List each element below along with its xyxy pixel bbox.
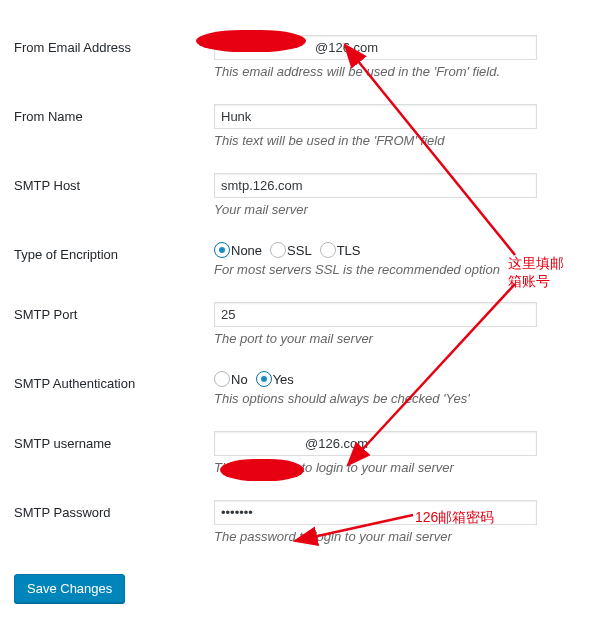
from-name-label: From Name xyxy=(14,94,214,163)
encryption-tls-label[interactable]: TLS xyxy=(337,243,361,258)
smtp-auth-label: SMTP Authentication xyxy=(14,361,214,421)
from-email-help: This email address will be used in the '… xyxy=(214,64,580,79)
encryption-ssl-label[interactable]: SSL xyxy=(287,243,312,258)
smtp-host-help: Your mail server xyxy=(214,202,580,217)
encryption-none-radio[interactable] xyxy=(214,242,230,258)
from-email-label: From Email Address xyxy=(14,25,214,94)
encryption-ssl-radio[interactable] xyxy=(270,242,286,258)
encryption-help: For most servers SSL is the recommended … xyxy=(214,262,580,277)
encryption-label: Type of Encription xyxy=(14,232,214,292)
smtp-port-label: SMTP Port xyxy=(14,292,214,361)
smtp-auth-yes-label[interactable]: Yes xyxy=(273,372,294,387)
smtp-host-label: SMTP Host xyxy=(14,163,214,232)
smtp-auth-help: This options should always be checked 'Y… xyxy=(214,391,580,406)
smtp-port-help: The port to your mail server xyxy=(214,331,580,346)
encryption-radio-group: None SSL TLS xyxy=(214,242,580,258)
smtp-auth-yes-radio[interactable] xyxy=(256,371,272,387)
encryption-none-label[interactable]: None xyxy=(231,243,262,258)
smtp-auth-no-radio[interactable] xyxy=(214,371,230,387)
smtp-settings-form: From Email Address This email address wi… xyxy=(14,25,590,559)
smtp-user-label: SMTP username xyxy=(14,421,214,490)
smtp-user-help: The username to login to your mail serve… xyxy=(214,460,580,475)
smtp-host-input[interactable] xyxy=(214,173,537,198)
smtp-pass-help: The password to login to your mail serve… xyxy=(214,529,580,544)
from-email-input[interactable] xyxy=(214,35,537,60)
smtp-auth-radio-group: No Yes xyxy=(214,371,580,387)
from-name-help: This text will be used in the 'FROM' fie… xyxy=(214,133,580,148)
smtp-pass-input[interactable] xyxy=(214,500,537,525)
smtp-auth-no-label[interactable]: No xyxy=(231,372,248,387)
smtp-port-input[interactable] xyxy=(214,302,537,327)
encryption-tls-radio[interactable] xyxy=(320,242,336,258)
smtp-user-input[interactable] xyxy=(214,431,537,456)
from-name-input[interactable] xyxy=(214,104,537,129)
smtp-pass-label: SMTP Password xyxy=(14,490,214,559)
save-changes-button[interactable]: Save Changes xyxy=(14,574,125,603)
